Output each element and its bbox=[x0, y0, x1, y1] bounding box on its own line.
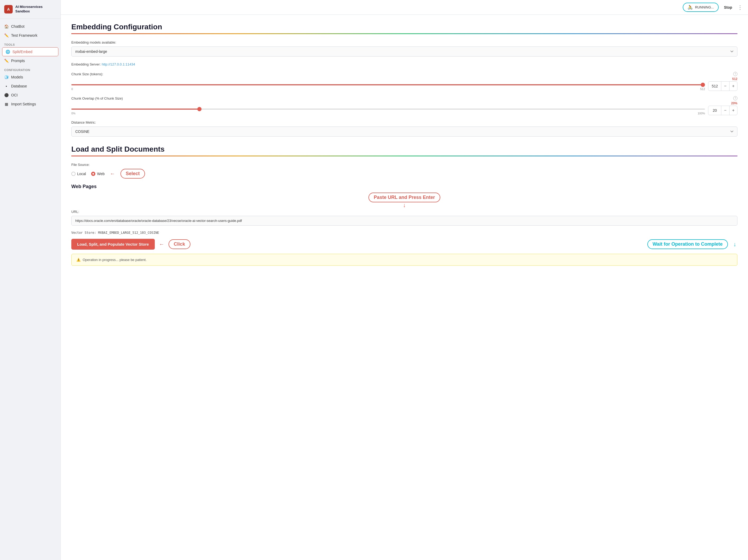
sidebar-item-split-embed[interactable]: 🌐 Split/Embed bbox=[2, 47, 59, 56]
chunk-overlap-value: 20 bbox=[708, 106, 721, 115]
database-icon: ▪ bbox=[4, 84, 8, 88]
chunk-overlap-header: Chunk Overlap (% of Chunk Size) ? bbox=[71, 96, 738, 100]
sidebar-item-chatbot[interactable]: 🏠 ChatBot bbox=[0, 22, 61, 31]
chunk-overlap-number-input: 20 − + bbox=[708, 106, 738, 115]
stop-button[interactable]: Stop bbox=[722, 4, 734, 10]
sidebar-item-import-settings[interactable]: ▦ Import Settings bbox=[0, 99, 61, 109]
arrow-to-btn-icon: ← bbox=[159, 241, 164, 247]
main: 🚴 RUNNING... Stop ⋮ Embedding Configurat… bbox=[61, 0, 748, 560]
embedding-config-section: Embedding Configuration Embedding models… bbox=[71, 23, 738, 137]
chunk-overlap-badge: 20% bbox=[106, 101, 738, 105]
file-source-row: Local Web ← Select bbox=[71, 169, 738, 179]
rainbow-divider bbox=[71, 33, 738, 34]
chunk-size-slider[interactable] bbox=[71, 84, 705, 85]
web-pages-title: Web Pages bbox=[71, 184, 738, 189]
chunk-overlap-minmax: 0% 100% bbox=[71, 112, 705, 115]
radio-web-circle bbox=[91, 172, 95, 176]
distance-metric-group: Distance Metric: COSINE bbox=[71, 120, 738, 137]
file-source-label: File Source: bbox=[71, 163, 738, 167]
chunk-size-help-icon[interactable]: ? bbox=[733, 72, 738, 76]
wait-annotation: Wait for Operation to Complete bbox=[647, 239, 728, 249]
operation-notice: ⚠️ Operation in progress... please be pa… bbox=[71, 254, 738, 266]
embedding-server-group: Embedding Server: http://127.0.0.1:11434 bbox=[71, 62, 738, 67]
distance-metric-label: Distance Metric: bbox=[71, 120, 738, 124]
topbar: 🚴 RUNNING... Stop ⋮ bbox=[61, 0, 748, 15]
chunk-size-value: 512 bbox=[708, 82, 721, 90]
chunk-overlap-section: Chunk Overlap (% of Chunk Size) ? 20% 0%… bbox=[71, 96, 738, 115]
vector-store-text: Vector Store: MXBAI_EMBED_LARGE_512_103_… bbox=[71, 231, 738, 235]
url-label: URL: bbox=[71, 210, 738, 214]
paste-arrow-down-icon: ↓ bbox=[402, 202, 407, 208]
chunk-overlap-label: Chunk Overlap (% of Chunk Size) bbox=[71, 96, 123, 100]
select-annotation: Select bbox=[120, 169, 145, 179]
sidebar-logo: A AI Microservices Sandbox bbox=[0, 0, 61, 19]
paste-url-annotation: Paste URL and Press Enter bbox=[369, 192, 440, 202]
embedding-models-label: Embedding models available: bbox=[71, 41, 738, 44]
arrow-to-web-icon: ← bbox=[110, 171, 115, 177]
pencil2-icon: ✏️ bbox=[4, 59, 8, 63]
chunk-size-minmax: 0 512 bbox=[71, 88, 705, 91]
sidebar-nav: 🏠 ChatBot ✏️ Test Framework Tools 🌐 Spli… bbox=[0, 19, 61, 112]
pencil-icon: ✏️ bbox=[4, 33, 8, 38]
warning-icon: ⚠️ bbox=[76, 258, 80, 262]
sidebar-item-models[interactable]: 🧊 Models bbox=[0, 73, 61, 81]
chunk-size-label: Chunk Size (tokens): bbox=[71, 72, 103, 76]
load-split-title: Load and Split Documents bbox=[71, 145, 738, 154]
chunk-size-slider-container: 0 512 512 − + bbox=[71, 81, 738, 91]
sidebar-item-oci[interactable]: ⚫ OCI bbox=[0, 91, 61, 99]
web-pages-section: Web Pages Paste URL and Press Enter ↓ UR… bbox=[71, 184, 738, 226]
chunk-size-minus-btn[interactable]: − bbox=[721, 81, 729, 91]
running-badge: 🚴 RUNNING... bbox=[683, 3, 719, 12]
chunk-size-badge: 512 bbox=[71, 77, 738, 81]
more-button[interactable]: ⋮ bbox=[738, 4, 743, 10]
radio-web[interactable]: Web bbox=[91, 172, 104, 176]
chunk-size-number-input: 512 − + bbox=[708, 81, 738, 91]
logo-icon: A bbox=[4, 5, 13, 14]
chunk-size-header: Chunk Size (tokens): ? bbox=[71, 72, 738, 76]
tools-section-label: Tools bbox=[0, 40, 61, 47]
radio-local-circle bbox=[71, 172, 75, 176]
url-input[interactable] bbox=[71, 216, 738, 226]
chunk-size-track: 0 512 bbox=[71, 81, 705, 91]
radio-local[interactable]: Local bbox=[71, 172, 86, 176]
embedding-models-select[interactable]: mxbai-embed-large bbox=[71, 46, 738, 56]
click-annotation: Click bbox=[168, 239, 190, 249]
chunk-size-section: Chunk Size (tokens): ? 512 0 512 bbox=[71, 72, 738, 91]
models-icon: 🧊 bbox=[4, 75, 8, 79]
load-btn-row: Load, Split, and Populate Vector Store ←… bbox=[71, 239, 738, 250]
logo-text: AI Microservices Sandbox bbox=[15, 5, 43, 14]
globe-icon: 🌐 bbox=[5, 50, 10, 54]
config-section-label: Configuration bbox=[0, 65, 61, 73]
running-label: RUNNING... bbox=[695, 5, 714, 9]
home-icon: 🏠 bbox=[4, 24, 8, 28]
chunk-overlap-plus-btn[interactable]: + bbox=[729, 106, 737, 115]
chunk-overlap-minus-btn[interactable]: − bbox=[721, 106, 729, 115]
sidebar-item-test-framework[interactable]: ✏️ Test Framework bbox=[0, 31, 61, 40]
file-source-group: File Source: Local Web ← Select bbox=[71, 163, 738, 179]
load-split-divider bbox=[71, 156, 738, 156]
running-icon: 🚴 bbox=[687, 5, 693, 10]
load-split-section: Load and Split Documents File Source: Lo… bbox=[71, 145, 738, 266]
sidebar: A AI Microservices Sandbox 🏠 ChatBot ✏️ … bbox=[0, 0, 61, 560]
distance-metric-select[interactable]: COSINE bbox=[71, 126, 738, 137]
content-area: Embedding Configuration Embedding models… bbox=[61, 15, 748, 560]
embedding-models-group: Embedding models available: mxbai-embed-… bbox=[71, 41, 738, 56]
chunk-overlap-track: 0% 100% bbox=[71, 106, 705, 115]
load-split-populate-button[interactable]: Load, Split, and Populate Vector Store bbox=[71, 239, 155, 250]
embedding-server-link[interactable]: http://127.0.0.1:11434 bbox=[102, 62, 135, 66]
sidebar-item-prompts[interactable]: ✏️ Prompts bbox=[0, 56, 61, 65]
chunk-overlap-slider[interactable] bbox=[71, 109, 705, 110]
paste-annotation-group: Paste URL and Press Enter ↓ bbox=[71, 192, 738, 208]
chunk-overlap-slider-container: 0% 100% 20 − + bbox=[71, 106, 738, 115]
import-icon: ▦ bbox=[4, 102, 8, 106]
embedding-config-title: Embedding Configuration bbox=[71, 23, 738, 31]
sidebar-item-database[interactable]: ▪ Database bbox=[0, 81, 61, 91]
oci-icon: ⚫ bbox=[4, 93, 8, 97]
chunk-size-plus-btn[interactable]: + bbox=[729, 81, 737, 91]
chunk-overlap-help-icon[interactable]: ? bbox=[733, 96, 738, 100]
embedding-server-label: Embedding Server: http://127.0.0.1:11434 bbox=[71, 62, 135, 66]
wait-arrow-down-icon: ↓ bbox=[732, 241, 738, 247]
